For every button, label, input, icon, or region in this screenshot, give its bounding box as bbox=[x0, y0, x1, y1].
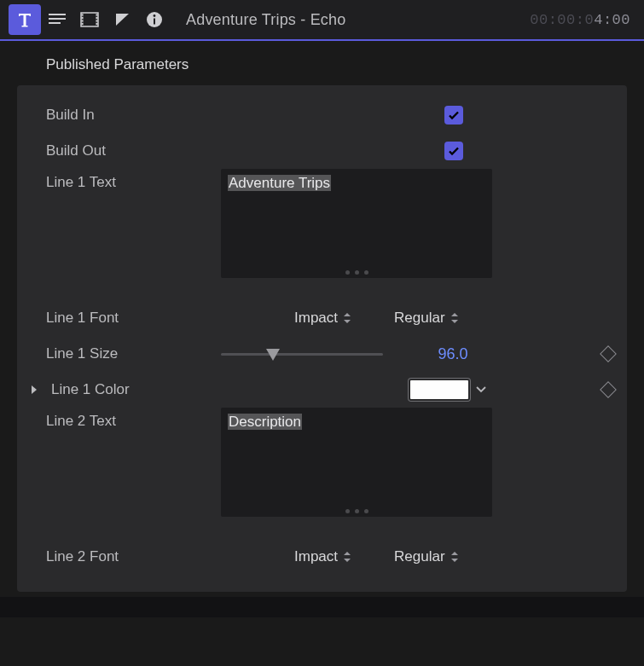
select-line2-font[interactable]: Impact bbox=[294, 548, 351, 565]
checkmark-icon bbox=[447, 108, 461, 122]
row-line2-text: Line 2 Text Description bbox=[46, 408, 613, 527]
timecode-display: 00:00:04:00 bbox=[530, 12, 635, 28]
svg-rect-9 bbox=[82, 23, 84, 25]
textarea-line1[interactable]: Adventure Trips bbox=[221, 169, 492, 278]
slider-line1-size[interactable] bbox=[221, 353, 383, 356]
chevron-right-icon bbox=[30, 385, 38, 395]
svg-rect-6 bbox=[82, 14, 84, 16]
inspector-panel: Published Parameters Build In Build Out bbox=[0, 41, 644, 592]
stepper-icon bbox=[450, 551, 459, 563]
row-line2-font: Line 2 Font Impact Regular bbox=[46, 539, 613, 575]
svg-rect-0 bbox=[49, 14, 66, 15]
lines-inspector-tab[interactable] bbox=[41, 4, 73, 35]
keyframe-diamond-icon bbox=[600, 381, 617, 398]
textarea-line2[interactable]: Description bbox=[221, 408, 492, 517]
keyframe-line1-size[interactable] bbox=[598, 348, 618, 360]
label-line2-text: Line 2 Text bbox=[46, 408, 221, 430]
inspector-toolbar: Adventure Trips - Echo 00:00:04:00 bbox=[0, 0, 644, 41]
label-line1-text: Line 1 Text bbox=[46, 169, 221, 191]
info-inspector-tab[interactable] bbox=[138, 4, 171, 35]
select-line1-font[interactable]: Impact bbox=[294, 310, 351, 327]
line1-font-value: Impact bbox=[294, 310, 338, 327]
resize-grip-icon[interactable] bbox=[221, 270, 492, 279]
checkbox-build-in[interactable] bbox=[444, 106, 463, 125]
stepper-icon bbox=[343, 551, 351, 563]
svg-rect-7 bbox=[82, 17, 84, 19]
svg-rect-1 bbox=[49, 18, 66, 20]
line1-weight-value: Regular bbox=[394, 310, 445, 327]
filmstrip-icon bbox=[79, 10, 100, 29]
checkbox-build-out[interactable] bbox=[444, 142, 463, 160]
label-build-in: Build In bbox=[46, 107, 221, 124]
disclosure-line1-color[interactable] bbox=[29, 385, 39, 395]
resize-grip-icon[interactable] bbox=[221, 509, 492, 518]
playhead-inspector-tab[interactable] bbox=[106, 4, 138, 35]
parameters-body: Build In Build Out Lin bbox=[17, 85, 627, 592]
video-inspector-tab[interactable] bbox=[73, 4, 106, 35]
chevron-down-icon bbox=[475, 385, 487, 394]
label-line1-color: Line 1 Color bbox=[51, 381, 130, 398]
input-line1-size[interactable] bbox=[412, 345, 494, 363]
line2-font-value: Impact bbox=[294, 548, 338, 565]
line2-weight-value: Regular bbox=[394, 548, 445, 565]
svg-rect-8 bbox=[82, 20, 84, 22]
select-line1-weight[interactable]: Regular bbox=[394, 310, 459, 327]
row-line1-color: Line 1 Color bbox=[46, 372, 613, 408]
stepper-icon bbox=[450, 312, 459, 324]
bottom-bar bbox=[0, 597, 644, 617]
line1-text-value: Adventure Trips bbox=[228, 175, 331, 191]
label-line2-font: Line 2 Font bbox=[46, 548, 221, 565]
svg-rect-12 bbox=[96, 20, 98, 22]
checkmark-icon bbox=[447, 144, 461, 158]
timecode-dim: 00:00:0 bbox=[530, 12, 594, 28]
keyframe-line1-color[interactable] bbox=[598, 384, 618, 396]
color-swatch-line1[interactable] bbox=[409, 379, 470, 401]
svg-point-16 bbox=[154, 14, 156, 17]
svg-rect-10 bbox=[96, 14, 98, 16]
row-line1-font: Line 1 Font Impact Regular bbox=[46, 300, 613, 336]
timecode-bright: 4:00 bbox=[594, 12, 630, 28]
keyframe-diamond-icon bbox=[600, 345, 617, 362]
svg-rect-15 bbox=[154, 19, 155, 25]
line2-text-value: Description bbox=[228, 414, 302, 430]
slider-thumb[interactable] bbox=[266, 349, 280, 361]
row-build-out: Build Out bbox=[46, 133, 613, 169]
svg-rect-2 bbox=[49, 22, 61, 24]
playhead-icon bbox=[113, 10, 131, 29]
label-line1-font: Line 1 Font bbox=[46, 310, 221, 327]
section-header: Published Parameters bbox=[0, 56, 644, 85]
row-line1-size: Line 1 Size bbox=[46, 336, 613, 372]
lines-icon bbox=[47, 10, 67, 29]
row-build-in: Build In bbox=[46, 97, 613, 133]
clip-title: Adventure Trips - Echo bbox=[186, 11, 346, 29]
text-icon bbox=[15, 10, 34, 29]
row-line1-text: Line 1 Text Adventure Trips bbox=[46, 169, 613, 288]
label-build-out: Build Out bbox=[46, 142, 221, 159]
color-dropdown-line1[interactable] bbox=[475, 385, 487, 394]
info-icon bbox=[145, 10, 164, 29]
svg-rect-11 bbox=[96, 17, 98, 19]
svg-rect-13 bbox=[96, 23, 98, 25]
select-line2-weight[interactable]: Regular bbox=[394, 548, 459, 565]
text-inspector-tab[interactable] bbox=[9, 4, 41, 35]
inspector-tabs bbox=[9, 4, 171, 35]
label-line1-size: Line 1 Size bbox=[46, 345, 221, 362]
stepper-icon bbox=[343, 312, 351, 324]
